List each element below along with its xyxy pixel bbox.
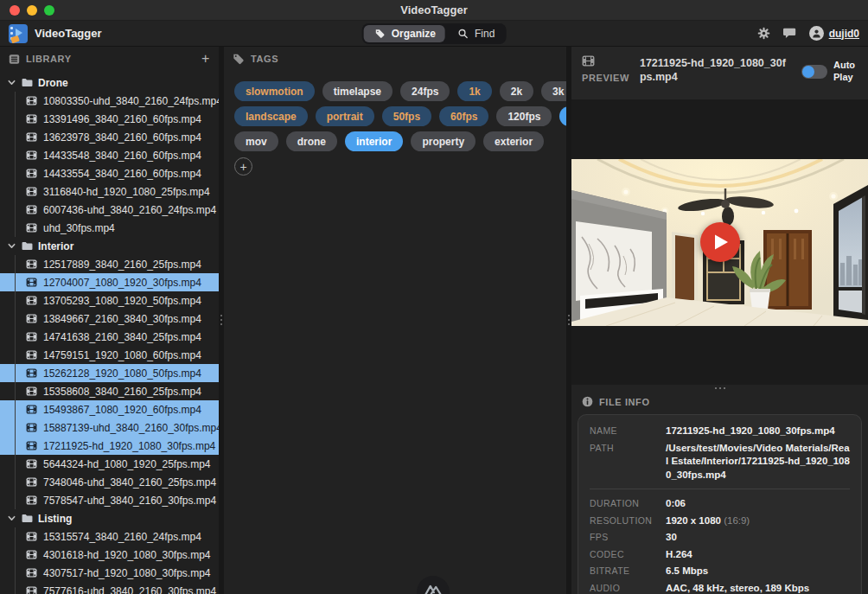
- tree-guide: [15, 582, 16, 594]
- library-file[interactable]: 4301618-hd_1920_1080_30fps.mp4: [0, 546, 219, 564]
- zoom-window-button[interactable]: [44, 5, 54, 16]
- library-file[interactable]: 6007436-uhd_3840_2160_24fps.mp4: [0, 201, 219, 219]
- video-player: [571, 99, 868, 385]
- play-button[interactable]: [700, 222, 740, 262]
- library-file[interactable]: 7578547-uhd_3840_2160_30fps.mp4: [0, 491, 219, 509]
- tag-chip[interactable]: exterior: [483, 131, 544, 151]
- file-name: 13623978_3840_2160_60fps.mp4: [43, 131, 201, 144]
- chevron-down-icon[interactable]: [8, 242, 16, 250]
- folder-icon: [22, 241, 33, 251]
- gear-icon[interactable]: [757, 27, 771, 41]
- library-file[interactable]: 15358608_3840_2160_25fps.mp4: [0, 382, 219, 400]
- library-file[interactable]: 13849667_2160_3840_30fps.mp4: [0, 310, 219, 328]
- tag-chip[interactable]: 120fps: [496, 106, 552, 126]
- file-info-divider: [590, 489, 850, 489]
- file-info-value: 0:06: [666, 497, 686, 511]
- tag-chip[interactable]: timelapse: [322, 81, 393, 101]
- tag-row: movdroneinteriorpropertyexterior: [234, 131, 556, 151]
- tag-chip[interactable]: property: [411, 131, 475, 151]
- library-file[interactable]: 14741638_2160_3840_25fps.mp4: [0, 328, 219, 346]
- tag-chip[interactable]: mp4: [559, 106, 566, 126]
- add-tag-button[interactable]: +: [234, 157, 252, 176]
- main-content: LIBRARY + Drone 10803350-uhd_3840_2160_2…: [0, 47, 868, 594]
- file-name: 7578547-uhd_3840_2160_30fps.mp4: [43, 495, 216, 507]
- file-name: 5644324-hd_1080_1920_25fps.mp4: [43, 458, 211, 470]
- library-file[interactable]: 15315574_3840_2160_24fps.mp4: [0, 527, 219, 546]
- tag-chip[interactable]: interior: [345, 131, 403, 151]
- add-library-button[interactable]: +: [201, 52, 210, 66]
- library-file[interactable]: 13705293_1080_1920_50fps.mp4: [0, 291, 219, 310]
- film-icon: [26, 423, 37, 432]
- library-folder[interactable]: Drone: [0, 73, 219, 92]
- tag-chip[interactable]: landscape: [234, 106, 308, 126]
- library-tags-divider[interactable]: [219, 47, 224, 594]
- file-info-value: AAC, 48 kHz, stereo, 189 Kbps: [666, 582, 809, 594]
- minimize-window-button[interactable]: [27, 5, 37, 16]
- tags-title: TAGS: [251, 54, 278, 64]
- tag-chip[interactable]: 50fps: [382, 106, 431, 126]
- toolbar: VideoTagger Organize Find: [0, 21, 868, 47]
- tag-chip[interactable]: mov: [234, 131, 278, 151]
- tag-chip[interactable]: 2k: [500, 81, 533, 101]
- tag-chip[interactable]: 1k: [457, 81, 491, 101]
- file-info-row: BITRATE 6.5 Mbps: [590, 565, 850, 578]
- library-file[interactable]: 12517889_3840_2160_25fps.mp4: [0, 255, 219, 273]
- library-file[interactable]: 13391496_3840_2160_60fps.mp4: [0, 110, 219, 128]
- username-link[interactable]: dujid0: [829, 28, 859, 40]
- file-name: 17211925-hd_1920_1080_30fps.mp4: [43, 440, 215, 452]
- library-file[interactable]: 3116840-hd_1920_1080_25fps.mp4: [0, 182, 219, 201]
- video-thumbnail[interactable]: [571, 159, 868, 326]
- film-icon: [582, 54, 629, 70]
- file-name: 13391496_3840_2160_60fps.mp4: [43, 113, 201, 125]
- library-file[interactable]: 14433554_3840_2160_60fps.mp4: [0, 164, 219, 182]
- close-window-button[interactable]: [10, 5, 20, 16]
- library-file[interactable]: 15887139-uhd_3840_2160_30fps.mp4: [0, 418, 219, 437]
- search-icon: [456, 27, 470, 41]
- tag-chip[interactable]: 3k: [541, 81, 566, 101]
- library-file[interactable]: 5644324-hd_1080_1920_25fps.mp4: [0, 455, 219, 473]
- autoplay-toggle[interactable]: [801, 65, 827, 79]
- library-file[interactable]: 14433548_3840_2160_60fps.mp4: [0, 146, 219, 164]
- chevron-down-icon[interactable]: [8, 514, 16, 522]
- film-icon: [26, 187, 37, 196]
- preview-info-divider[interactable]: [571, 385, 868, 392]
- library-file[interactable]: 13623978_3840_2160_60fps.mp4: [0, 128, 219, 146]
- library-file[interactable]: 10803350-uhd_3840_2160_24fps.mp4: [0, 92, 219, 110]
- tag-chip[interactable]: 60fps: [439, 106, 488, 126]
- organize-tab[interactable]: Organize: [364, 25, 445, 42]
- library-icon: [9, 54, 20, 65]
- tree-guide: [15, 164, 16, 182]
- user-account[interactable]: dujid0: [809, 26, 859, 41]
- library-file[interactable]: uhd_30fps.mp4: [0, 219, 219, 237]
- tag-chip[interactable]: portrait: [316, 106, 374, 126]
- library-file[interactable]: 15493867_1080_1920_60fps.mp4: [0, 400, 219, 418]
- library-file[interactable]: 4307517-hd_1920_1080_30fps.mp4: [0, 564, 219, 582]
- library-file[interactable]: 15262128_1920_1080_50fps.mp4: [0, 364, 219, 382]
- tree-guide: [15, 437, 16, 455]
- tree-guide: [15, 455, 16, 473]
- file-info-row: PATH /Users/test/Movies/Video Materials/…: [590, 442, 850, 482]
- film-icon: [26, 405, 37, 414]
- app-name: VideoTagger: [35, 27, 102, 40]
- library-file[interactable]: 7348046-uhd_3840_2160_25fps.mp4: [0, 473, 219, 491]
- tag-chip[interactable]: slowmotion: [234, 81, 315, 101]
- tag-chip[interactable]: 24fps: [400, 81, 450, 101]
- file-name: 15493867_1080_1920_60fps.mp4: [43, 404, 201, 416]
- window-title: VideoTagger: [400, 3, 468, 16]
- divider-grip-icon: [220, 315, 222, 325]
- chevron-down-icon[interactable]: [8, 79, 16, 86]
- file-info-value: 6.5 Mbps: [666, 565, 708, 578]
- library-file[interactable]: 7577616-uhd_3840_2160_30fps.mp4: [0, 582, 219, 594]
- library-file[interactable]: 17211925-hd_1920_1080_30fps.mp4: [0, 437, 219, 455]
- tree-guide: [15, 527, 16, 546]
- library-file[interactable]: 12704007_1080_1920_30fps.mp4: [0, 273, 219, 291]
- avatar-icon: [809, 26, 824, 41]
- library-folder[interactable]: Interior: [0, 237, 219, 255]
- tag-chip[interactable]: drone: [286, 131, 337, 151]
- chat-bubble-icon[interactable]: [783, 27, 797, 41]
- library-file[interactable]: 14759151_1920_1080_60fps.mp4: [0, 346, 219, 364]
- file-name: 14759151_1920_1080_60fps.mp4: [43, 349, 201, 361]
- tree-guide: [15, 128, 16, 146]
- library-folder[interactable]: Listing: [0, 509, 219, 527]
- find-tab[interactable]: Find: [447, 25, 504, 42]
